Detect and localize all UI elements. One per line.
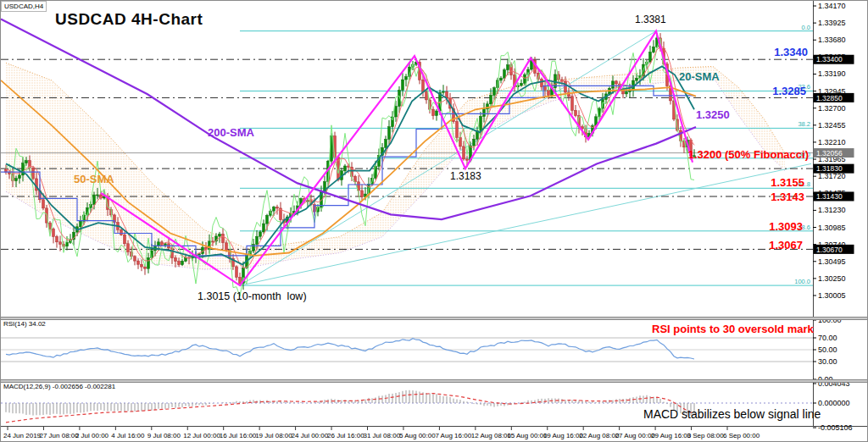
- time-tick-label: 19 Jul 08:00: [255, 432, 292, 439]
- time-tick-label: 12 Jul 00:00: [183, 432, 220, 439]
- chart-annotation: 1.3250: [696, 109, 730, 121]
- price-tick: 1.32210: [818, 138, 846, 146]
- fib-level-label: 0.0: [802, 24, 810, 31]
- time-tick-label: 12 Aug 08:00: [471, 432, 512, 439]
- price-tick: 1.30005: [818, 291, 846, 300]
- macd-tick: 0.000000: [818, 399, 850, 407]
- time-tick-label: 7 Aug 16:00: [435, 432, 471, 439]
- time-axis[interactable]: 24 Jun 201927 Jun 08:002 Jul 00:004 Jul …: [3, 427, 760, 439]
- fib-level-label: 38.2: [798, 120, 810, 128]
- svg-text:1.32056: 1.32056: [816, 149, 843, 157]
- price-tick: 1.32700: [818, 104, 846, 113]
- price-tick: 1.30250: [818, 274, 846, 283]
- chart-annotation: 200-SMA: [208, 127, 254, 139]
- time-tick-label: 24 Jun 2019: [3, 432, 42, 439]
- page-title: USDCAD 4H-Chart: [55, 10, 203, 29]
- symbol-period-label: USDCAD,H4: [1, 1, 47, 12]
- time-tick-label: 6 Sep 00:00: [723, 432, 760, 439]
- chart-annotation: 1.3340: [774, 47, 808, 58]
- ichimoku-cloud: [6, 63, 785, 269]
- rsi-tick: 30.00: [818, 357, 837, 366]
- price-tick: 1.31230: [818, 206, 846, 214]
- macd-signal-line: [6, 394, 693, 423]
- svg-text:1.33400: 1.33400: [816, 55, 843, 64]
- chart-annotation: 1.3015 (10-month low): [198, 291, 307, 302]
- price-tick: 1.33680: [818, 36, 846, 44]
- time-tick-label: 27 Jun 08:00: [39, 432, 79, 439]
- time-tick-label: 31 Jul 08:00: [364, 432, 401, 439]
- chart-canvas[interactable]: 1.341701.339251.336801.334351.331901.329…: [1, 1, 868, 442]
- chart-annotation: 1.3093: [769, 221, 803, 233]
- svg-text:1.31430: 1.31430: [816, 192, 843, 201]
- rsi-pane[interactable]: [1, 338, 813, 362]
- time-tick-label: 16 Jul 16:00: [220, 432, 257, 439]
- price-tick: 1.30985: [818, 224, 846, 232]
- price-tick: 1.30495: [818, 257, 846, 266]
- pane-separator-macd[interactable]: [1, 379, 868, 383]
- chart-window: USDCAD,H4 USDCAD 4H-Chart 1.341701.33925…: [0, 0, 868, 442]
- chart-annotation: 1.3200 (50% Fibonacci): [688, 149, 809, 161]
- time-tick-label: 22 Aug 08:00: [579, 432, 620, 439]
- svg-text:1.30670: 1.30670: [816, 246, 843, 254]
- price-tick: 1.33190: [818, 69, 846, 78]
- time-tick-label: 27 Aug 00:00: [615, 432, 656, 439]
- rsi-tick: 50.00: [818, 345, 837, 354]
- chart-annotation: 1.3143: [771, 191, 804, 203]
- time-tick-label: 5 Aug 00:00: [399, 432, 436, 439]
- time-tick-label: 29 Aug 16:00: [651, 432, 692, 439]
- rsi-tick: 70.00: [818, 334, 837, 342]
- chart-annotation: 1.3155: [771, 177, 804, 189]
- svg-text:1.31830: 1.31830: [816, 164, 843, 173]
- rsi-line: [6, 339, 694, 359]
- chart-annotation: 50-SMA: [74, 174, 114, 185]
- time-tick-label: 26 Jul 16:00: [327, 432, 364, 439]
- chart-annotation: RSI points to 30 oversold mark: [652, 323, 814, 335]
- chart-annotation: 1.3381: [635, 14, 666, 25]
- time-tick-label: 19 Aug 16:00: [543, 432, 584, 439]
- chart-annotation: 20-SMA: [679, 71, 720, 83]
- price-tick: 1.32455: [818, 121, 846, 130]
- fib-level-label: 100.0: [794, 278, 810, 285]
- macd-indicator-label: MACD(12,26,9) -0.002656 -0.002281: [3, 383, 115, 390]
- time-tick-label: 2 Jul 00:00: [75, 432, 109, 439]
- price-tick: 1.31720: [818, 172, 846, 180]
- rsi-indicator-label: RSI(14) 34.02: [3, 320, 46, 328]
- chart-annotation: MACD stabilizes below signal line: [643, 408, 821, 421]
- chart-annotation: 1.3067: [769, 240, 803, 251]
- price-tick: 1.34170: [818, 2, 846, 10]
- macd-tick: -0.005106: [818, 423, 853, 432]
- time-tick-label: 15 Aug 00:00: [507, 432, 548, 439]
- time-tick-label: 3 Sep 08:00: [687, 432, 725, 439]
- chart-annotation: 1.3285: [772, 86, 806, 97]
- chart-annotation: 1.3183: [450, 171, 481, 182]
- svg-text:1.32850: 1.32850: [816, 94, 843, 102]
- time-tick-label: 4 Jul 16:00: [111, 432, 145, 439]
- time-tick-label: 9 Jul 08:00: [147, 432, 181, 439]
- time-tick-label: 24 Jul 00:00: [292, 432, 329, 439]
- pane-separator-rsi[interactable]: [1, 317, 868, 320]
- price-tick: 1.33925: [818, 19, 846, 27]
